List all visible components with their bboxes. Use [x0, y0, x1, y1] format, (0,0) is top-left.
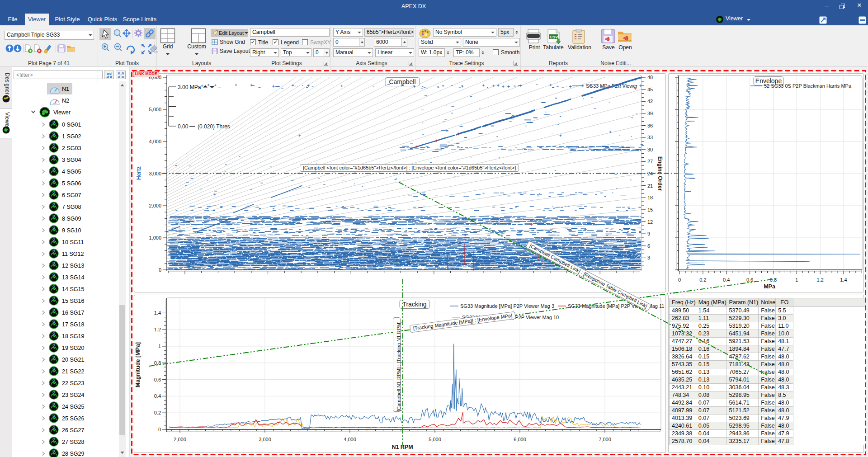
svg-text:0.4: 0.4 [723, 277, 730, 283]
svg-text:5,000: 5,000 [429, 437, 441, 442]
svg-text:6,000: 6,000 [514, 437, 526, 442]
svg-text:6: 6 [647, 243, 650, 249]
svg-text:0.2: 0.2 [154, 410, 161, 415]
svg-text:Tracking: Tracking [402, 301, 426, 308]
svg-text:0: 0 [159, 267, 161, 273]
svg-text:30: 30 [647, 147, 653, 152]
svg-text:48: 48 [647, 75, 653, 80]
svg-text:4,000: 4,000 [149, 139, 161, 144]
svg-text:Hertz: Hertz [136, 166, 142, 180]
svg-text:0.4: 0.4 [154, 393, 161, 399]
svg-text:2,000: 2,000 [174, 437, 186, 442]
svg-text:21: 21 [647, 183, 653, 188]
svg-text:27: 27 [647, 159, 653, 164]
svg-text:1.4: 1.4 [840, 277, 847, 283]
svg-text:45: 45 [647, 87, 653, 92]
svg-text:(0.020) Thres: (0.020) Thres [198, 123, 230, 130]
svg-text:1.2: 1.2 [817, 277, 824, 283]
svg-text:0.00: 0.00 [178, 123, 189, 130]
svg-text:1: 1 [795, 277, 798, 283]
svg-text:9: 9 [647, 231, 650, 236]
svg-text:15: 15 [647, 207, 653, 212]
svg-text:0.2: 0.2 [699, 277, 706, 283]
svg-text:0.6: 0.6 [746, 277, 753, 283]
svg-text:52 SG33 0S P2P Blackman Harri: 52 SG33 0S P2P Blackman Harris MPa [764, 83, 852, 89]
svg-text:18: 18 [647, 195, 653, 200]
svg-text:12: 12 [647, 219, 653, 225]
svg-text:1,000: 1,000 [149, 235, 161, 240]
svg-text:1: 1 [158, 344, 161, 349]
svg-text:3.00 MPa: 3.00 MPa [178, 84, 201, 90]
svg-text:3,000: 3,000 [259, 437, 271, 442]
svg-text:1.2: 1.2 [154, 327, 161, 332]
svg-text:MPa: MPa [764, 283, 776, 290]
svg-text:Magnitude [MPa]: Magnitude [MPa] [135, 342, 141, 387]
svg-text:0: 0 [678, 277, 681, 283]
svg-text:3: 3 [647, 255, 650, 260]
svg-text:0: 0 [158, 427, 161, 432]
svg-text:36: 36 [647, 123, 653, 128]
svg-text:33: 33 [647, 135, 653, 140]
svg-text:4,000: 4,000 [344, 437, 356, 442]
svg-text:2,000: 2,000 [149, 203, 161, 208]
svg-text:0.6: 0.6 [154, 377, 161, 382]
svg-text:5,000: 5,000 [149, 107, 161, 112]
svg-text:39: 39 [647, 111, 653, 116]
svg-text:42: 42 [647, 99, 653, 104]
svg-text:1.4: 1.4 [154, 310, 161, 316]
svg-text:3,000: 3,000 [149, 171, 161, 176]
svg-text:Campbell: Campbell [389, 78, 415, 85]
svg-text:SG33 Magnitude [MPa] P2P Viewe: SG33 Magnitude [MPa] P2P Viewer Mag 3 [460, 303, 554, 309]
svg-text:7,000: 7,000 [599, 437, 611, 442]
